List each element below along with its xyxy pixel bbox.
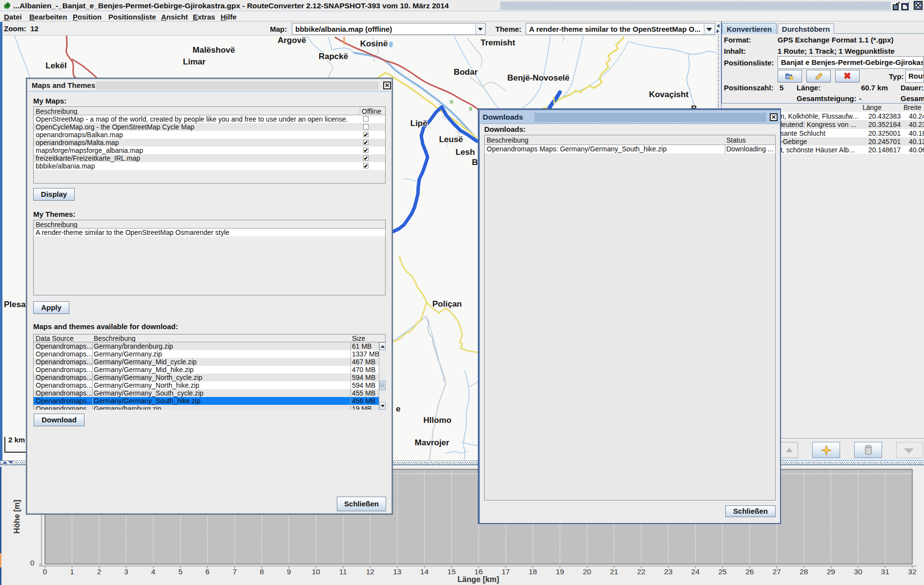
- svg-text:e: e: [396, 404, 400, 414]
- svg-text:0: 0: [30, 559, 35, 567]
- svg-text:15: 15: [447, 567, 455, 576]
- svg-text:3: 3: [124, 567, 128, 576]
- svg-text:Bodar: Bodar: [453, 67, 478, 77]
- svg-text:Benjë-Novoselë: Benjë-Novoselë: [507, 73, 570, 83]
- svg-text:20: 20: [583, 567, 592, 576]
- svg-text:30: 30: [854, 567, 862, 576]
- svg-text:19: 19: [555, 567, 564, 576]
- svg-text:25: 25: [719, 567, 727, 576]
- svg-text:4: 4: [151, 567, 156, 576]
- svg-text:Tremisht: Tremisht: [481, 38, 515, 47]
- svg-text:9: 9: [287, 567, 291, 576]
- svg-text:2: 2: [97, 567, 102, 576]
- svg-text:Plesat: Plesat: [4, 300, 28, 309]
- svg-text:29: 29: [827, 567, 835, 576]
- svg-text:6: 6: [205, 567, 210, 576]
- svg-text:B: B: [472, 158, 478, 167]
- svg-text:28: 28: [800, 567, 808, 576]
- svg-text:Limar: Limar: [183, 57, 206, 66]
- svg-text:12: 12: [366, 567, 374, 576]
- svg-text:Leusë: Leusë: [439, 135, 463, 144]
- svg-text:Höhe [m]: Höhe [m]: [13, 500, 21, 533]
- svg-text:7: 7: [232, 567, 237, 576]
- svg-text:31: 31: [881, 567, 889, 576]
- svg-text:0: 0: [43, 567, 47, 576]
- svg-text:10: 10: [312, 567, 321, 576]
- svg-text:Malëshovë: Malëshovë: [193, 45, 235, 55]
- svg-text:Länge [km]: Länge [km]: [457, 575, 499, 584]
- svg-text:Mavrojer: Mavrojer: [415, 438, 450, 447]
- svg-text:Rapckë: Rapckë: [319, 52, 348, 61]
- svg-text:Poliçan: Poliçan: [432, 299, 462, 309]
- svg-text:Kosinë: Kosinë: [360, 39, 388, 48]
- svg-text:Argovë: Argovë: [278, 36, 307, 45]
- svg-text:Lesh: Lesh: [455, 147, 475, 157]
- svg-text:Kovaçisht: Kovaçisht: [649, 90, 689, 99]
- svg-text:16: 16: [474, 567, 483, 576]
- svg-text:27: 27: [773, 567, 781, 576]
- svg-text:14: 14: [420, 567, 429, 576]
- svg-text:Lipë: Lipë: [411, 119, 428, 128]
- svg-text:17: 17: [501, 567, 510, 576]
- svg-text:26: 26: [745, 567, 754, 576]
- svg-text:2 km: 2 km: [8, 436, 25, 444]
- svg-text:13: 13: [393, 567, 401, 576]
- svg-text:5: 5: [178, 567, 183, 576]
- svg-text:22: 22: [637, 567, 645, 576]
- svg-text:23: 23: [664, 567, 673, 576]
- svg-text:Lekël: Lekël: [45, 61, 66, 70]
- svg-text:11: 11: [339, 567, 347, 576]
- svg-text:24: 24: [691, 567, 700, 576]
- svg-text:1: 1: [70, 567, 74, 576]
- svg-text:32: 32: [908, 567, 916, 576]
- svg-text:18: 18: [529, 567, 537, 576]
- svg-text:8: 8: [260, 567, 264, 576]
- svg-text:21: 21: [610, 567, 618, 576]
- svg-text:Hllomo: Hllomo: [423, 416, 452, 425]
